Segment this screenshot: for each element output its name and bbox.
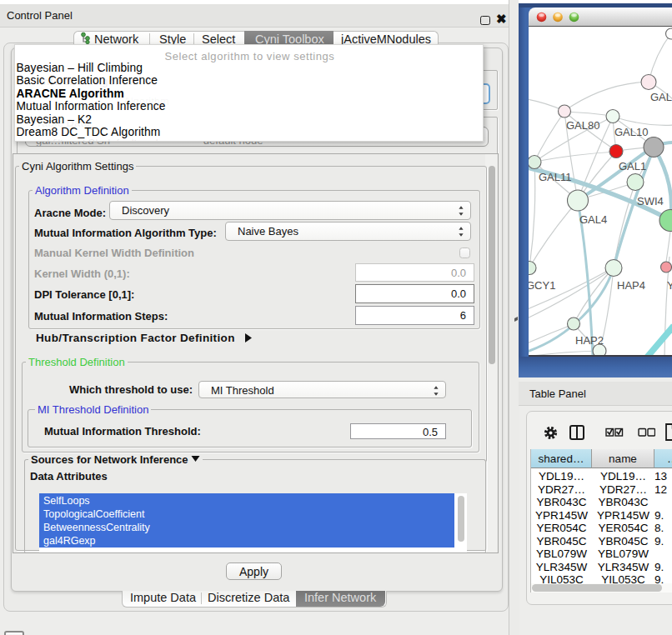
svg-text:SWI4: SWI4: [637, 195, 664, 208]
svg-text:GAL10: GAL10: [614, 126, 648, 138]
svg-text:GAL1: GAL1: [619, 160, 646, 172]
svg-text:HAP2: HAP2: [575, 334, 604, 347]
svg-text:GAL: GAL: [650, 91, 672, 103]
svg-text:GAL11: GAL11: [539, 171, 572, 183]
svg-text:GCY1: GCY1: [529, 279, 555, 292]
svg-text:HAP4: HAP4: [617, 279, 645, 292]
svg-text:Y: Y: [667, 279, 672, 292]
svg-text:GAL4: GAL4: [579, 213, 607, 226]
svg-text:GAL80: GAL80: [566, 119, 599, 132]
